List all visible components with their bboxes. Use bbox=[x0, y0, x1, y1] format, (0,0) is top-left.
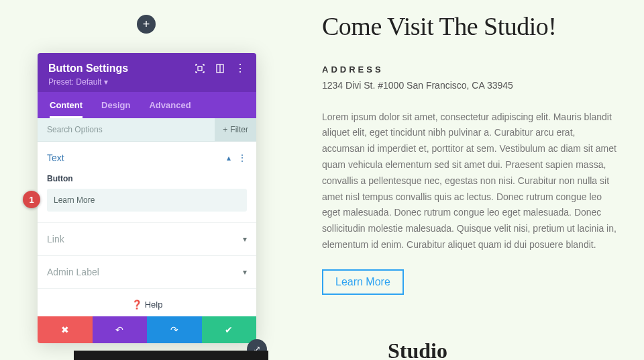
button-text-input[interactable] bbox=[47, 189, 247, 212]
section-text-header[interactable]: Text ▴ ⋮ bbox=[38, 142, 256, 174]
help-icon: ❓ bbox=[131, 300, 142, 310]
search-input[interactable]: Search Options bbox=[47, 118, 103, 141]
filter-label: Filter bbox=[230, 125, 248, 134]
tabs: Content Design Advanced bbox=[38, 92, 256, 118]
tab-advanced[interactable]: Advanced bbox=[140, 92, 200, 118]
section-link-header[interactable]: Link ▾ bbox=[38, 223, 256, 255]
dock-icon[interactable] bbox=[215, 63, 225, 74]
svg-rect-0 bbox=[198, 66, 202, 71]
settings-panel: Button Settings ⋮ Preset: Default ▾ Cont… bbox=[38, 53, 256, 343]
address-text: 1234 Divi St. #1000 San Francisco, CA 33… bbox=[322, 80, 617, 91]
section-more-icon[interactable]: ⋮ bbox=[237, 153, 247, 163]
address-label: ADDRESS bbox=[322, 64, 617, 75]
section-link-title: Link bbox=[47, 234, 64, 244]
redo-button[interactable]: ↷ bbox=[147, 316, 202, 343]
filter-button[interactable]: + Filter bbox=[215, 118, 256, 141]
save-button[interactable]: ✔ bbox=[202, 316, 257, 343]
more-icon[interactable]: ⋮ bbox=[235, 63, 246, 74]
page-content: Come Visit The Studio! ADDRESS 1234 Divi… bbox=[322, 12, 617, 295]
body-text: Lorem ipsum dolor sit amet, consectetur … bbox=[322, 109, 617, 253]
panel-header: Button Settings ⋮ Preset: Default ▾ bbox=[38, 53, 256, 92]
add-section-button[interactable]: + bbox=[137, 15, 156, 34]
page-heading: Come Visit The Studio! bbox=[322, 12, 617, 42]
chevron-up-icon: ▴ bbox=[227, 153, 231, 163]
section-admin-title: Admin Label bbox=[47, 267, 99, 277]
panel-title: Button Settings bbox=[48, 62, 128, 75]
plus-icon: + bbox=[223, 125, 227, 134]
section-text-title: Text bbox=[47, 152, 64, 163]
bottom-actions: ✖ ↶ ↷ ✔ bbox=[38, 316, 256, 343]
button-field-label: Button bbox=[47, 174, 247, 183]
cancel-button[interactable]: ✖ bbox=[38, 316, 93, 343]
help-label: Help bbox=[145, 300, 163, 310]
help-link[interactable]: ❓Help bbox=[38, 289, 256, 316]
preset-dropdown[interactable]: Preset: Default ▾ bbox=[48, 77, 246, 87]
section-link: Link ▾ bbox=[38, 223, 256, 256]
learn-more-button[interactable]: Learn More bbox=[322, 269, 404, 295]
tab-design[interactable]: Design bbox=[92, 92, 140, 118]
expand-icon[interactable] bbox=[195, 63, 205, 74]
section-admin-label: Admin Label ▾ bbox=[38, 256, 256, 289]
section-admin-header[interactable]: Admin Label ▾ bbox=[38, 256, 256, 288]
undo-button[interactable]: ↶ bbox=[93, 316, 148, 343]
footer-heading-snippet: Studio bbox=[388, 339, 447, 360]
chevron-down-icon: ▾ bbox=[243, 267, 247, 277]
section-text: Text ▴ ⋮ Button bbox=[38, 142, 256, 223]
annotation-marker-1: 1 bbox=[23, 191, 40, 208]
tab-content[interactable]: Content bbox=[40, 92, 92, 118]
chevron-down-icon: ▾ bbox=[243, 234, 247, 244]
search-row: Search Options + Filter bbox=[38, 118, 256, 142]
preview-image-strip bbox=[74, 351, 268, 360]
